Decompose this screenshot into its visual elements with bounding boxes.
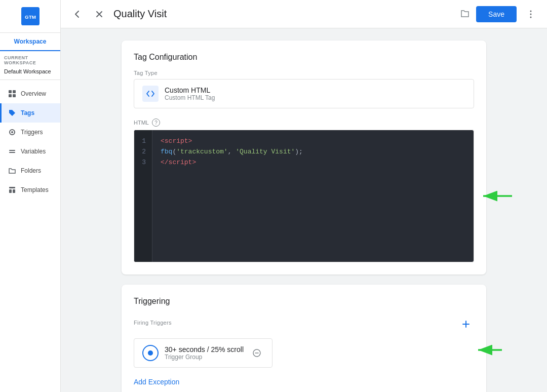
line-num-3: 3: [140, 158, 148, 168]
svg-rect-10: [9, 187, 15, 188]
main-area: Quality Visit Save Tag Configuration Tag…: [61, 0, 547, 392]
line-num-1: 1: [140, 136, 148, 147]
content-area: Tag Configuration Tag Type Custom HTML C…: [61, 28, 547, 392]
svg-rect-3: [13, 90, 16, 93]
svg-rect-5: [13, 94, 16, 97]
sidebar-header: GTM: [0, 0, 60, 33]
more-options-button[interactable]: [523, 6, 539, 22]
sidebar-item-folders[interactable]: Folders: [0, 161, 60, 180]
tag-config-title: Tag Configuration: [134, 53, 474, 62]
sidebar-item-label: Tags: [21, 109, 34, 116]
trigger-type: Trigger Group: [165, 354, 244, 361]
tag-type-sub: Custom HTML Tag: [165, 94, 215, 101]
code-editor-wrapper: 1 2 3 <script> fbq('trackcustom', 'Quali…: [134, 130, 474, 262]
svg-point-14: [530, 13, 532, 15]
tag-type-label: Tag Type: [134, 70, 474, 76]
trigger-info: 30+ seconds / 25% scroll Trigger Group: [165, 345, 244, 361]
current-workspace-label: CURRENT WORKSPACE: [0, 51, 60, 66]
sidebar-nav: Overview Tags Triggers Variables Folders: [0, 80, 60, 200]
trigger-dot: [148, 350, 153, 356]
sidebar: GTM Workspace CURRENT WORKSPACE Default …: [0, 0, 61, 392]
svg-rect-12: [13, 189, 15, 193]
svg-rect-2: [9, 90, 12, 93]
sidebar-item-label: Templates: [21, 186, 49, 193]
variable-icon: [8, 147, 17, 156]
workspace-tab[interactable]: Workspace: [0, 33, 60, 51]
triggering-header: Triggering: [134, 297, 474, 314]
add-trigger-button[interactable]: [458, 316, 474, 332]
remove-trigger-button[interactable]: [250, 346, 264, 360]
line-numbers: 1 2 3: [134, 130, 152, 262]
sidebar-item-label: Overview: [21, 90, 46, 97]
triggering-title: Triggering: [134, 297, 170, 306]
tag-type-name: Custom HTML: [165, 86, 215, 94]
svg-rect-8: [9, 150, 15, 151]
help-icon[interactable]: ?: [152, 119, 160, 127]
close-button[interactable]: [91, 6, 107, 22]
line-num-2: 2: [140, 147, 148, 158]
sidebar-item-label: Variables: [21, 148, 46, 155]
trigger-item[interactable]: 30+ seconds / 25% scroll Trigger Group: [134, 338, 272, 368]
trigger-circle-icon: [142, 345, 159, 361]
tag-type-selector[interactable]: Custom HTML Custom HTML Tag: [134, 79, 474, 108]
svg-rect-4: [9, 94, 12, 97]
sidebar-item-triggers[interactable]: Triggers: [0, 123, 60, 142]
save-button[interactable]: Save: [476, 6, 517, 22]
html-label: HTML: [134, 120, 149, 126]
add-exception-button[interactable]: Add Exception: [134, 374, 179, 386]
workspace-name: Default Workspace: [0, 66, 60, 80]
svg-point-13: [530, 10, 532, 12]
tag-type-info: Custom HTML Custom HTML Tag: [165, 86, 215, 101]
folder-icon: [8, 166, 17, 175]
html-code-editor[interactable]: 1 2 3 <script> fbq('trackcustom', 'Quali…: [134, 130, 474, 262]
gtm-logo: GTM: [21, 7, 40, 25]
html-label-row: HTML ?: [134, 119, 474, 127]
template-icon: [8, 185, 17, 194]
code-content[interactable]: <script> fbq('trackcustom', 'Quality Vis…: [152, 130, 474, 262]
code-arrow-annotation: [479, 186, 515, 206]
sidebar-item-variables[interactable]: Variables: [0, 142, 60, 161]
svg-point-7: [11, 131, 13, 133]
page-title: Quality Visit: [113, 8, 454, 20]
svg-rect-9: [9, 152, 15, 153]
trigger-name: 30+ seconds / 25% scroll: [165, 345, 244, 354]
tag-configuration-card: Tag Configuration Tag Type Custom HTML C…: [122, 41, 486, 275]
svg-text:GTM: GTM: [25, 14, 36, 20]
sidebar-item-label: Folders: [21, 167, 41, 174]
tag-icon: [8, 108, 17, 117]
svg-point-15: [530, 16, 532, 18]
trigger-arrow-annotation: [474, 341, 504, 359]
code-bracket-icon: [142, 86, 159, 102]
overview-icon: [8, 89, 17, 98]
trigger-row-wrapper: 30+ seconds / 25% scroll Trigger Group: [134, 332, 474, 368]
back-button[interactable]: [69, 6, 85, 22]
topbar: Quality Visit Save: [61, 0, 547, 28]
sidebar-item-templates[interactable]: Templates: [0, 180, 60, 200]
firing-triggers-label: Firing Triggers: [134, 320, 172, 326]
triggering-card: Triggering Firing Triggers 30+ seconds /…: [122, 285, 486, 392]
sidebar-item-overview[interactable]: Overview: [0, 84, 60, 103]
sidebar-item-label: Triggers: [21, 129, 43, 136]
folder-outline-icon[interactable]: [460, 8, 470, 20]
sidebar-item-tags[interactable]: Tags: [0, 103, 60, 123]
svg-rect-11: [9, 189, 12, 193]
trigger-icon: [8, 128, 17, 137]
